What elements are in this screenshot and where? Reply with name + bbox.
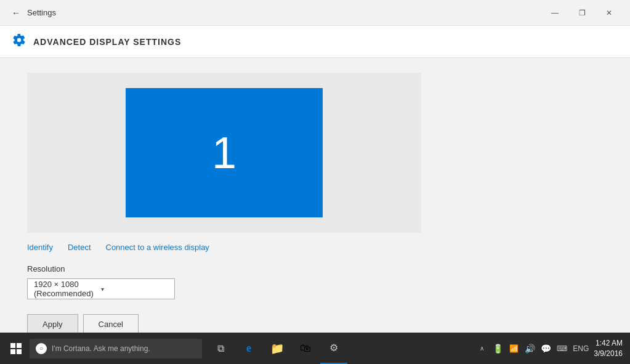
window-controls: — ❐ ✕: [541, 3, 623, 23]
back-button[interactable]: ←: [7, 4, 25, 22]
svg-rect-0: [10, 343, 15, 348]
language-indicator[interactable]: ENG: [573, 344, 589, 353]
settings-button[interactable]: ⚙: [320, 333, 347, 364]
resolution-label: Resolution: [27, 264, 603, 273]
cortana-icon: ○: [36, 343, 47, 354]
file-explorer-button[interactable]: 📁: [264, 333, 291, 364]
display-preview-area: 1: [27, 73, 421, 233]
svg-rect-3: [17, 349, 22, 354]
titlebar-title: Settings: [27, 8, 541, 17]
taskbar-right: ∧ 🔋 📶 🔊 💬 ⌨ ENG 1:42 AM 3/9/2016: [475, 338, 628, 359]
settings-icon: ⚙: [326, 341, 341, 355]
detect-link[interactable]: Detect: [68, 243, 91, 252]
taskbar-apps: ⧉ e 📁 🛍 ⚙: [207, 333, 347, 364]
close-button[interactable]: ✕: [596, 3, 623, 23]
page-title: ADVANCED DISPLAY SETTINGS: [33, 37, 181, 47]
taskbar: ○ I'm Cortana. Ask me anything. ⧉ e 📁 🛍 …: [0, 333, 630, 364]
start-button[interactable]: [2, 333, 30, 364]
monitor-number: 1: [212, 127, 236, 178]
wireless-display-link[interactable]: Connect to a wireless display: [106, 243, 209, 252]
system-tray: ∧ 🔋 📶 🔊 💬 ⌨: [475, 342, 568, 355]
settings-window: ← Settings — ❐ ✕ ADVANCED DISPLAY SETTIN…: [0, 0, 630, 333]
volume-icon[interactable]: 🔊: [523, 342, 536, 355]
clock[interactable]: 1:42 AM 3/9/2016: [594, 338, 623, 359]
resolution-value: 1920 × 1080 (Recommended): [34, 280, 101, 298]
wifi-icon[interactable]: 📶: [507, 342, 520, 355]
file-explorer-icon: 📁: [270, 341, 285, 356]
cortana-search[interactable]: ○ I'm Cortana. Ask me anything.: [30, 339, 202, 358]
task-view-icon: ⧉: [213, 341, 228, 356]
clock-time: 1:42 AM: [594, 338, 623, 349]
cortana-placeholder: I'm Cortana. Ask me anything.: [52, 344, 150, 353]
edge-icon: e: [241, 341, 256, 356]
keyboard-icon[interactable]: ⌨: [555, 342, 568, 355]
restore-button[interactable]: ❐: [568, 3, 596, 23]
store-button[interactable]: 🛍: [292, 333, 319, 364]
svg-rect-2: [10, 349, 15, 354]
notification-icon[interactable]: 💬: [539, 342, 552, 355]
svg-rect-1: [17, 343, 22, 348]
chevron-up-icon[interactable]: ∧: [475, 342, 488, 355]
settings-gear-icon: [12, 33, 26, 51]
identify-link[interactable]: Identify: [27, 243, 53, 252]
edge-button[interactable]: e: [235, 333, 262, 364]
clock-date: 3/9/2016: [594, 349, 623, 359]
resolution-dropdown[interactable]: 1920 × 1080 (Recommended) ▾: [27, 278, 175, 299]
minimize-button[interactable]: —: [541, 3, 568, 23]
store-icon: 🛍: [298, 341, 313, 356]
page-header: ADVANCED DISPLAY SETTINGS: [0, 26, 630, 58]
chevron-down-icon: ▾: [101, 286, 168, 293]
titlebar: ← Settings — ❐ ✕: [0, 0, 630, 26]
button-row: Apply Cancel: [27, 314, 603, 333]
apply-button[interactable]: Apply: [27, 314, 78, 333]
monitor-preview: 1: [126, 88, 323, 217]
cancel-button[interactable]: Cancel: [83, 314, 139, 333]
content-area: 1 Identify Detect Connect to a wireless …: [0, 58, 630, 333]
display-links: Identify Detect Connect to a wireless di…: [27, 243, 603, 252]
battery-icon[interactable]: 🔋: [491, 342, 504, 355]
task-view-button[interactable]: ⧉: [207, 333, 234, 364]
